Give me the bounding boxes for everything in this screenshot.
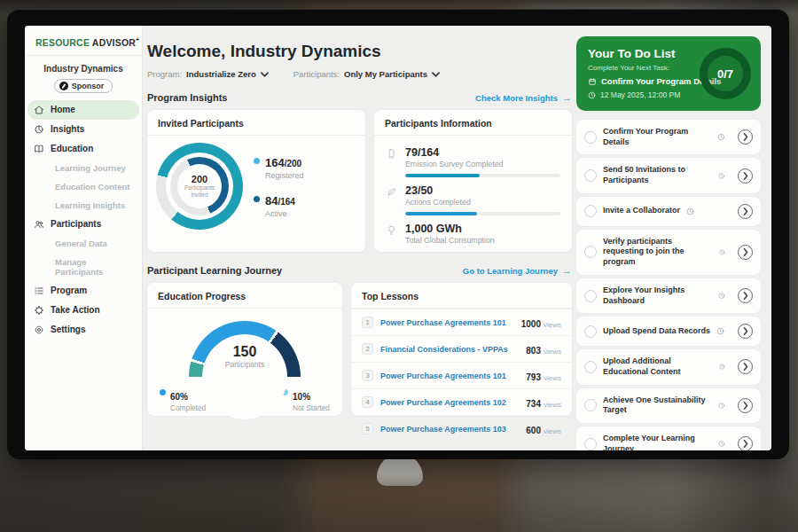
todo-progress-ring: 0/7	[700, 48, 751, 99]
views-count: 600	[526, 426, 541, 435]
sidebar-item-learning-journey[interactable]: Learning Journey	[25, 159, 142, 177]
lightbulb-icon	[386, 224, 397, 236]
lesson-row: 4 Power Purchase Agreements 102 734views	[351, 388, 572, 415]
dashboard-screen: RESOURCE ADVISOR+ Industry Dynamics Spon…	[25, 26, 771, 450]
sidebar: RESOURCE ADVISOR+ Industry Dynamics Spon…	[25, 26, 143, 450]
sidebar-item-general-data[interactable]: General Data	[25, 234, 142, 253]
stat-value: 23/50	[405, 184, 560, 197]
lesson-link[interactable]: Power Purchase Agreements 103	[380, 425, 519, 434]
task-checkbox[interactable]	[584, 438, 597, 450]
task-row: Verify participants requesting to join t…	[576, 230, 761, 275]
todo-due-label: 12 May 2025, 12:00 PM	[600, 90, 680, 99]
task-checkbox[interactable]	[584, 131, 597, 144]
sidebar-item-learning-insights[interactable]: Learning Insights	[25, 196, 142, 215]
go-to-learning-journey-link[interactable]: Go to Learning Journey →	[463, 265, 572, 276]
stat-emission-survey: 79/164 Emission Survey Completed	[386, 146, 560, 177]
stat-global-consumption: 1,000 GWh Total Global Consumption	[386, 223, 560, 245]
check-more-insights-link[interactable]: Check More Insights →	[475, 92, 572, 103]
legend-label: Active	[265, 209, 295, 218]
legend-total: /200	[285, 159, 301, 168]
stat-label: Emission Survey Completed	[405, 160, 560, 168]
sidebar-item-participants[interactable]: Participants	[25, 215, 142, 234]
views-suffix: views	[544, 321, 561, 329]
task-row: Send 50 Invitations to Participants	[576, 158, 761, 192]
clock-icon	[716, 327, 724, 335]
lesson-link[interactable]: Power Purchase Agreements 102	[380, 398, 519, 407]
task-open-button[interactable]	[738, 359, 753, 374]
app-logo[interactable]: RESOURCE ADVISOR+	[25, 26, 142, 55]
clock-icon	[718, 292, 725, 300]
participants-filter-value: Only My Participants	[344, 69, 427, 79]
donut-center-value: 200	[192, 174, 207, 184]
sidebar-item-label: Participants	[51, 219, 101, 229]
legend-active: 84/164 Active	[254, 192, 304, 218]
sidebar-item-take-action[interactable]: Take Action	[25, 301, 142, 320]
task-open-button[interactable]	[738, 245, 753, 260]
task-label: Upload Additional Educational Content	[603, 356, 713, 377]
clock-icon	[719, 248, 725, 256]
progress-track	[405, 212, 560, 215]
program-filter-label: Program:	[147, 69, 182, 79]
sidebar-item-education[interactable]: Education	[25, 139, 142, 159]
sidebar-item-label: Home	[51, 105, 75, 114]
gear-icon	[34, 325, 44, 335]
legend-label: Not Started	[293, 403, 330, 412]
task-label: Send 50 Invitations to Participants	[603, 165, 712, 185]
lesson-link[interactable]: Power Purchase Agreements 101	[380, 372, 519, 380]
participants-filter[interactable]: Participants: Only My Participants	[293, 69, 440, 79]
task-open-button[interactable]	[738, 436, 753, 450]
task-open-button[interactable]	[738, 398, 753, 413]
task-open-button[interactable]	[738, 288, 753, 303]
lesson-link[interactable]: Power Purchase Agreements 101	[380, 318, 514, 327]
task-label: Upload Spend Data Records	[603, 326, 710, 337]
clock-icon	[588, 91, 596, 99]
sidebar-item-insights[interactable]: Insights	[25, 120, 142, 139]
views-count: 734	[526, 399, 541, 409]
lesson-link[interactable]: Financial Considerations - VPPAs	[380, 345, 519, 354]
task-checkbox[interactable]	[584, 399, 597, 411]
task-row: Upload Spend Data Records	[576, 317, 761, 346]
clock-icon	[718, 172, 725, 180]
program-insights-header: Program Insights Check More Insights →	[147, 92, 572, 103]
sidebar-item-manage-participants[interactable]: Manage Participants	[25, 253, 142, 281]
sidebar-item-education-content[interactable]: Education Content	[25, 177, 142, 196]
legend-value: 164	[265, 156, 285, 169]
sidebar-item-program[interactable]: Program	[25, 281, 142, 301]
learning-journey-header: Participant Learning Journey Go to Learn…	[147, 265, 572, 276]
sidebar-nav: Home Insights Education Learning Journey…	[25, 100, 142, 340]
task-open-button[interactable]	[738, 204, 753, 219]
task-open-button[interactable]	[738, 168, 753, 184]
views-suffix: views	[544, 374, 561, 382]
chevron-down-icon	[432, 72, 440, 77]
sidebar-item-home[interactable]: Home	[27, 100, 139, 120]
lesson-row: 3 Power Purchase Agreements 101 793views	[351, 362, 572, 388]
arrow-right-icon: →	[562, 265, 572, 276]
section-title: Program Insights	[147, 92, 227, 103]
views-count: 1000	[521, 319, 541, 329]
divider	[25, 55, 142, 56]
task-checkbox[interactable]	[584, 290, 597, 302]
stat-label: Actions Completed	[405, 198, 560, 207]
donut-center-label: Participants Invited	[179, 184, 220, 200]
gauge-center-label: Participants	[189, 360, 301, 369]
task-row: Explore Your Insights Dashboard	[576, 278, 761, 313]
task-checkbox[interactable]	[584, 205, 597, 217]
sidebar-item-settings[interactable]: Settings	[25, 320, 142, 340]
stat-actions-completed: 23/50 Actions Completed	[386, 184, 560, 215]
progress-fill	[405, 174, 480, 177]
invited-donut-chart: 200 Participants Invited	[156, 143, 243, 230]
program-filter-value: Industrialize Zero	[186, 69, 256, 79]
task-checkbox[interactable]	[584, 246, 597, 258]
task-open-button[interactable]	[738, 324, 753, 339]
stat-value: 79/164	[405, 146, 560, 159]
todo-panel: Your To Do List Complete Your Next Task:…	[576, 36, 761, 450]
task-checkbox[interactable]	[584, 325, 597, 338]
sidebar-item-label: Take Action	[51, 305, 100, 315]
program-filter[interactable]: Program: Industrialize Zero	[147, 69, 269, 79]
task-checkbox[interactable]	[584, 361, 597, 373]
task-label: Explore Your Insights Dashboard	[603, 286, 712, 306]
task-open-button[interactable]	[738, 129, 753, 145]
sponsor-badge[interactable]: Sponsor	[54, 79, 113, 93]
legend-total: /164	[278, 197, 294, 207]
task-checkbox[interactable]	[584, 169, 597, 182]
